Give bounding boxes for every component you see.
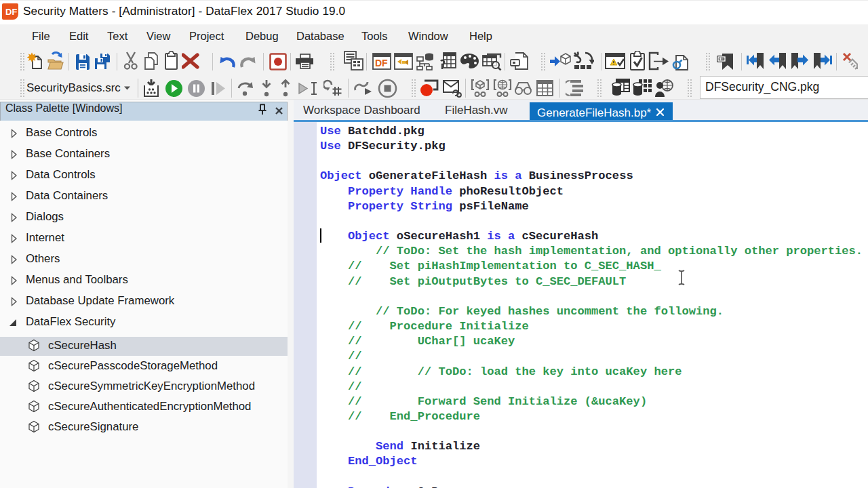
- svg-text:DF: DF: [5, 7, 17, 17]
- svg-text:DF: DF: [375, 58, 388, 68]
